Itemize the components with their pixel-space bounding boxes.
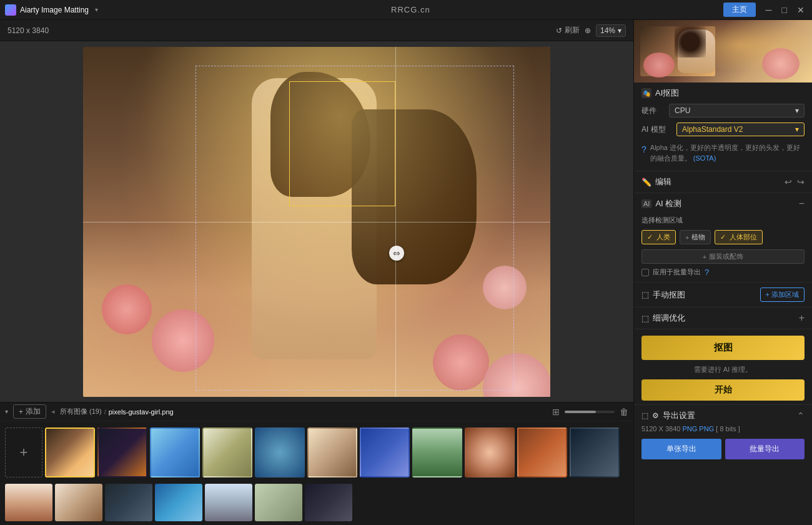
canvas-viewport[interactable]: ⇔ [0,41,633,402]
main-content: 5120 x 3840 ↺ 刷新 ⊕ 14% ▾ [0,20,812,525]
undo-icon[interactable]: ↩ [785,177,792,187]
preview-flower-2 [762,48,800,79]
thumbnail-5[interactable] [255,428,305,478]
export-size: 5120 X 3840 [641,425,680,432]
thumbnail-6[interactable] [307,428,357,478]
thumbnail-8[interactable] [412,428,462,478]
export-label: 导出设置 [663,410,695,421]
zoom-level: 14% [600,26,615,35]
preview-hair [675,26,706,58]
filmstrip-header-right: ⊞ 🗑 [552,407,628,417]
filmstrip-bar: ▾ + 添加 ◂ 所有图像 (19) / pixels-gustav-girl.… [0,402,633,525]
check-icon-2: ✓ [720,233,726,241]
preview-thumbnail [634,20,812,82]
export-bits: [ [716,425,718,432]
window-controls: ─ □ ✕ [763,4,807,16]
export-bits-value: 8 bits [720,425,736,432]
redo-icon[interactable]: ↪ [797,177,805,187]
thumbnail-1[interactable] [45,428,95,478]
thumbnail-sm-1[interactable] [5,484,52,521]
image-container: ⇔ [83,47,550,397]
thumbnail-sm-4[interactable] [155,484,202,521]
ai-model-select[interactable]: AlphaStandard V2 ▾ [676,122,805,136]
maximize-button[interactable]: □ [780,4,790,16]
filmstrip-collapse-icon[interactable]: ▾ [5,408,8,415]
edit-title: ✏️ 编辑 [641,176,671,188]
finetune-section: ⬚ 细调优化 + [634,308,812,329]
ai-matting-title: AI抠图 [655,88,679,99]
edit-section: ✏️ 编辑 ↩ ↪ [634,171,812,193]
detect-tag-body-part[interactable]: ✓ 人体部位 [715,230,763,244]
thumbnail-sm-6[interactable] [255,484,302,521]
zoom-control[interactable]: 14% ▾ [596,24,626,37]
thumbnail-sm-3[interactable] [105,484,152,521]
filmstrip-row-1[interactable]: + [0,421,633,484]
trash-icon[interactable]: 🗑 [620,407,628,417]
all-images-label[interactable]: 所有图像 (19) [60,407,102,416]
thumbnail-2[interactable] [97,428,147,478]
detect-tag-clothes[interactable]: + 服装或配饰 [641,249,805,264]
ai-model-label: AI 模型 [641,124,671,135]
detect-tag-plant[interactable]: + 植物 [680,230,711,244]
split-handle[interactable]: ⇔ [389,246,404,261]
plus-icon: + [685,234,689,241]
thumbnail-sm-7[interactable] [305,484,352,521]
filmstrip-row-2[interactable] [0,484,633,525]
close-button[interactable]: ✕ [795,4,807,16]
logo-icon [5,4,16,16]
add-icon: + [19,408,23,416]
titlebar: Aiarty Image Matting ▾ RRCG.cn 主页 ─ □ ✕ [0,0,812,20]
ai-model-value: AlphaStandard V2 [682,125,743,134]
hardware-label: 硬件 [641,106,664,116]
slider-fill [565,411,596,413]
model-desc-text: Alpha 进化，更好的半透明度，更好的头发，更好的融合质量。 (SOTA) [650,142,805,163]
ai-detection-collapse-icon[interactable]: − [799,198,805,209]
manual-matting-section: ⬚ 手动抠图 + 添加区域 [634,282,812,308]
main-nav-button[interactable]: 主页 [723,2,756,17]
ai-matting-section: 🎭 AI抠图 硬件 CPU ▾ AI 模型 AlphaStandard V2 ▾ [634,82,812,171]
thumbnail-3[interactable] [150,428,200,478]
batch-export-button[interactable]: 批量导出 [725,439,805,459]
filmstrip-header: ▾ + 添加 ◂ 所有图像 (19) / pixels-gustav-girl.… [0,402,633,421]
preview-flower [643,52,675,78]
thumbnail-sm-2[interactable] [55,484,102,521]
apply-batch-checkbox[interactable] [641,269,649,276]
zoom-glass-icon: ⊕ [585,26,591,35]
image-arrange-icon[interactable]: ⊞ [552,407,560,417]
thumbnail-10[interactable] [517,428,567,478]
hardware-row: 硬件 CPU ▾ [641,104,805,118]
add-image-placeholder[interactable]: + [5,428,42,478]
export-settings-icon: ⚙ [652,411,659,420]
export-collapse-icon[interactable]: ⌃ [797,411,805,421]
thumbnail-11[interactable] [570,428,620,478]
detect-tag-human[interactable]: ✓ 人类 [641,230,676,244]
question-icon[interactable]: ? [641,143,646,163]
thumbnail-4[interactable] [202,428,252,478]
canvas-image [83,47,550,397]
watermark: RRCG.cn [98,5,723,14]
ai-matting-icon: 🎭 [641,88,651,98]
matting-hint: 需要进行 AI 推理。 [641,365,805,374]
refresh-button[interactable]: ↺ 刷新 [556,25,580,36]
hardware-select[interactable]: CPU ▾ [669,104,805,118]
preview-image [634,20,812,82]
export-title: ⬚ ⚙ 导出设置 [641,410,695,421]
thumbnail-9[interactable] [465,428,515,478]
minimize-button[interactable]: ─ [763,4,775,16]
start-button[interactable]: 开始 [641,379,805,401]
thumbnail-7[interactable] [360,428,410,478]
right-panel: 🎭 AI抠图 硬件 CPU ▾ AI 模型 AlphaStandard V2 ▾ [633,20,812,525]
matting-main-button[interactable]: 抠图 [641,336,805,360]
finetune-title: ⬚ 细调优化 [641,312,685,324]
single-export-button[interactable]: 单张导出 [641,439,721,459]
add-region-button[interactable]: + 添加区域 [760,288,805,302]
flower-decor [152,309,214,372]
finetune-expand-icon[interactable]: + [799,312,805,324]
app-logo: Aiarty Image Matting ▾ [5,4,98,16]
thumbnail-sm-5[interactable] [205,484,252,521]
add-image-button[interactable]: + 添加 [13,404,46,419]
export-section: ⬚ ⚙ 导出设置 ⌃ 5120 X 3840 PNG PNG [ 8 bits … [634,404,812,464]
filmstrip-zoom-slider[interactable] [565,411,615,413]
apply-batch-question-icon[interactable]: ? [705,268,709,277]
model-description: ? Alpha 进化，更好的半透明度，更好的头发，更好的融合质量。 (SOTA) [641,140,805,166]
